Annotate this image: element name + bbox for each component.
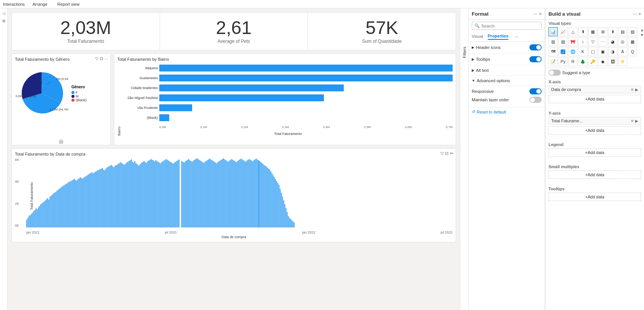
scroll-up-btn[interactable]: ▲ <box>640 28 644 32</box>
build-expand-icon[interactable]: » <box>638 11 641 16</box>
tab-visual[interactable]: Visual <box>472 34 483 39</box>
vtype-donut[interactable]: ◎ <box>618 37 627 46</box>
alt-text-chevron: ▶ <box>472 68 474 72</box>
svg-rect-175 <box>261 162 262 227</box>
vtype-funnel[interactable]: ▽ <box>588 37 597 46</box>
svg-rect-43 <box>72 180 73 227</box>
vtype-ribbon[interactable]: 🎀 <box>568 37 578 46</box>
svg-rect-80 <box>115 166 115 227</box>
vtype-map[interactable]: 🗺 <box>549 47 558 56</box>
x-axis-add-data[interactable]: +Add data <box>549 95 641 103</box>
pie-more-btn[interactable]: ··· <box>105 56 108 61</box>
vtype-azure-map[interactable]: 🌐 <box>568 47 578 56</box>
vtype-clustered-bar[interactable]: ▧ <box>628 27 637 36</box>
vtype-scroll[interactable]: ⬆ <box>608 27 617 36</box>
vtype-bar-chart[interactable]: 📊 <box>549 27 558 36</box>
format-dots[interactable]: ··· <box>533 11 538 17</box>
reset-default-row[interactable]: ↺ Reset to default <box>469 107 545 116</box>
filter-side-icon[interactable]: ⊞ <box>1 18 7 24</box>
vtype-pie[interactable]: ◕ <box>608 37 617 46</box>
vtype-filled-map[interactable]: 🗾 <box>558 47 568 56</box>
tab-properties[interactable]: Properties <box>488 34 508 40</box>
filters-sidebar[interactable]: Filters <box>460 8 468 310</box>
y-axis-remove-btn[interactable]: ✕ <box>631 119 634 123</box>
filters-label[interactable]: Filters <box>462 47 467 58</box>
vtype-kpi[interactable]: K <box>578 47 587 56</box>
bar-row-vila: Vila Prudente <box>123 104 453 111</box>
vtype-table[interactable]: ▦ <box>588 27 597 36</box>
vtype-decomp-tree[interactable]: 🌲 <box>578 57 587 66</box>
y-axis-expand-btn[interactable]: ▶ <box>635 119 638 123</box>
x-axis-expand-btn[interactable]: ▶ <box>635 88 638 92</box>
vtype-stacked-bar[interactable]: ▤ <box>618 27 627 36</box>
search-input[interactable] <box>481 24 539 28</box>
small-multiples-add-data[interactable]: +Add data <box>549 170 641 179</box>
svg-rect-35 <box>62 186 63 227</box>
bar-chart-area: Bairro Itaquera Guaianases <box>117 63 453 136</box>
svg-rect-31 <box>58 190 58 227</box>
ts-table-btn[interactable]: ⊡ <box>445 151 448 156</box>
vtype-combo-chart[interactable]: ⬆ <box>578 27 587 36</box>
svg-rect-152 <box>200 161 201 227</box>
vtype-scatter[interactable]: ⋯ <box>598 37 607 46</box>
arrow-icon[interactable]: ◁ <box>1 10 7 16</box>
legend-m-label: M <box>76 94 79 98</box>
svg-rect-214 <box>236 162 237 227</box>
format-expand-icon[interactable]: » <box>539 11 542 16</box>
svg-rect-140 <box>186 161 187 227</box>
suggest-type-toggle[interactable] <box>549 70 561 76</box>
svg-rect-120 <box>161 162 162 227</box>
tooltips-section[interactable]: ▶ Tooltips <box>469 54 545 65</box>
adv-layer-order-label: Maintain layer order <box>472 97 509 102</box>
tab-dots[interactable]: ··· <box>515 34 518 39</box>
scroll-down-btn[interactable]: ▼ <box>640 33 644 37</box>
pie-expand-btn[interactable]: ⊡ <box>100 56 103 61</box>
suggest-type-row: Suggest a type <box>545 68 644 77</box>
pie-filter-btn[interactable]: ▽ <box>95 56 98 61</box>
svg-rect-85 <box>121 162 121 227</box>
kpi-pets-value: 2,61 <box>168 19 300 37</box>
build-dots[interactable]: ··· <box>633 11 637 17</box>
svg-rect-112 <box>152 160 153 227</box>
vtype-multi-card[interactable]: ▣ <box>598 47 607 56</box>
bar-fill-0 <box>159 65 453 71</box>
vtype-waterfall[interactable]: ↕ <box>578 37 587 46</box>
layer-order-toggle[interactable] <box>529 97 542 103</box>
x-axis-remove-btn[interactable]: ✕ <box>631 88 634 92</box>
vtype-treemap[interactable]: ▦ <box>628 37 637 46</box>
advanced-options-section[interactable]: ▼ Advanced options <box>469 76 545 86</box>
svg-rect-225 <box>249 159 249 227</box>
ts-y-labels: 6K 4K 2K 0K <box>15 158 19 227</box>
alt-text-section[interactable]: ▶ Alt text <box>469 65 545 76</box>
vtype-smart-narrative[interactable]: 📝 <box>549 57 558 66</box>
vtype-line-chart[interactable]: 📈 <box>558 27 568 36</box>
legend-add-data[interactable]: +Add data <box>549 148 641 157</box>
ts-edit-btn[interactable]: ✏ <box>450 151 453 156</box>
vtype-gauge[interactable]: ◑ <box>608 47 617 56</box>
vtype-image[interactable]: 🖼 <box>608 57 617 66</box>
vtype-area-chart[interactable]: △ <box>568 27 578 36</box>
y-axis-add-data[interactable]: +Add data <box>549 126 641 135</box>
vtype-key-influencers[interactable]: 🔑 <box>588 57 597 66</box>
svg-rect-180 <box>267 167 268 227</box>
scroll-handle[interactable] <box>59 140 63 144</box>
responsive-toggle[interactable] <box>529 88 542 94</box>
header-icons-section[interactable]: ▶ Header icons <box>469 42 545 54</box>
vtype-card[interactable]: ▢ <box>588 47 597 56</box>
tooltips-add-data[interactable]: +Add data <box>549 193 641 201</box>
header-icons-toggle[interactable] <box>529 44 542 50</box>
ts-filter-btn[interactable]: ▽ <box>440 151 443 156</box>
vtype-power-apps[interactable]: ⚡ <box>618 57 627 66</box>
report-view-button[interactable]: Report view <box>55 1 82 7</box>
vtype-text[interactable]: A <box>618 47 627 56</box>
vtype-stacked-col[interactable]: ▥ <box>549 37 558 46</box>
vtype-r-script[interactable]: R <box>568 57 578 66</box>
vtype-python[interactable]: Py <box>558 57 568 66</box>
vtype-shape[interactable]: ◆ <box>598 57 607 66</box>
scroll-arrows: ▲ ▼ <box>640 28 644 37</box>
vtype-qna[interactable]: Q <box>628 47 637 56</box>
kpi-faturamento-value: 2,03M <box>19 19 152 37</box>
vtype-matrix[interactable]: ⊞ <box>598 27 607 36</box>
tooltips-toggle[interactable] <box>529 56 542 62</box>
vtype-clustered-col[interactable]: ▨ <box>558 37 568 46</box>
